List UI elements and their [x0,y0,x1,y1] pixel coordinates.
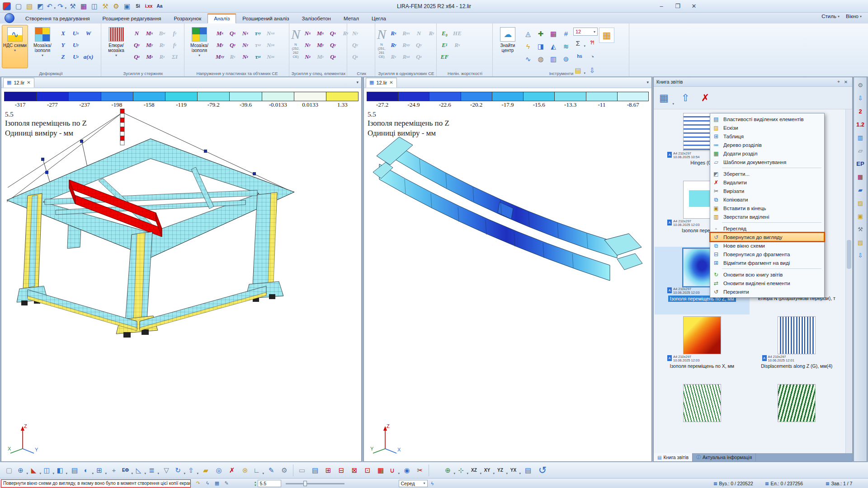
ribbon-letter-button[interactable]: N [413,28,425,39]
edge-folder-button[interactable]: ▣ [855,211,866,221]
document-tab[interactable]: ▦ 12.lir ✕ [3,78,34,88]
shading-button[interactable]: ◐▾ [81,464,94,477]
select-marquee-button[interactable]: ▢ [3,464,15,477]
red-grid-2-button[interactable]: ⊟ [335,464,348,477]
red-grid-4-button[interactable]: ⊡ [361,464,374,477]
ribbon-tab-1[interactable]: Створення та редагування [19,14,96,23]
context-menu-item-4[interactable]: ≔Дерево розділів [710,141,824,149]
ribbon-letter-button[interactable]: Nx [239,28,251,39]
ribbon-tab-2[interactable]: Розширене редагування [96,14,168,23]
ribbon-letter-button[interactable]: Qy [226,39,239,51]
ribbon-letter-button[interactable]: Rx [387,28,400,39]
ribbon-letter-button[interactable]: EF [439,51,451,62]
ribbon-letter-button[interactable]: τxy [252,28,264,39]
pencil-button[interactable]: ✎ [265,464,278,477]
ribbon-letter-button[interactable]: Nza [264,51,277,62]
brush-button[interactable]: ▰ [199,464,212,477]
ribbon-letter-button[interactable]: N [131,28,143,39]
context-menu-item-11[interactable]: ⧉Копіювати [710,195,824,204]
edge-export-button[interactable]: ⇩ [855,250,866,261]
grid-view-button[interactable]: ⊞▾ [94,464,107,477]
ribbon-letter-button[interactable]: τyz [252,51,264,62]
ribbon-letter-button[interactable]: Ruy [400,39,412,51]
ribbon-letter-button[interactable]: Rz [226,51,239,62]
red-grid-1-button[interactable]: ⊞ [322,464,335,477]
l-section-button[interactable]: ∟▾ [252,464,264,477]
tool-mesh-button[interactable]: # [560,28,572,39]
viewport-menu-button[interactable]: ▾ [646,80,649,84]
tab-actual-info[interactable]: ⓘ Актуальна інформація [693,453,756,461]
magnet-button[interactable]: ∪▾ [387,464,400,477]
ribbon-letter-button[interactable]: ΣI [169,51,181,62]
plane-xz-button[interactable]: XZ▾ [469,464,482,477]
mosaic-isofields-button[interactable]: Мозаїка/ізополя▾ [29,25,56,68]
gear-plus-button[interactable]: ⚙ [278,464,291,477]
si-units-button[interactable]: Si [133,1,143,11]
edge-ratio-button[interactable]: 1.2 [855,119,866,130]
ribbon-tab-4[interactable]: Аналіз [208,14,236,23]
ribbon-letter-button[interactable]: Ny [239,39,251,51]
notebook-button[interactable]: ▤ [68,464,81,477]
edge-palette-button[interactable]: ▨ [855,197,866,208]
spray-button[interactable]: ⊛ [239,464,251,477]
pan-view-button[interactable]: ⊕▾ [16,464,28,477]
ribbon-tab-5[interactable]: Розширений аналіз [236,14,295,23]
check-help-button[interactable]: ?! [586,37,599,49]
ribbon-letter-button[interactable]: X [57,28,69,39]
ribbon-letter-button[interactable]: My [314,39,326,51]
projection-button[interactable]: ▤ [522,464,534,477]
ribbon-letter-button[interactable]: Qx [327,28,339,39]
open-file-button[interactable]: ▧ [24,1,34,11]
hs-button[interactable]: hs [573,50,586,63]
filter-button[interactable]: ▽ [160,464,173,477]
move-axes-button[interactable]: ⊕▾ [443,464,456,477]
report-delete-button[interactable]: ✗ [696,89,714,107]
value-spinner[interactable]: ▴ ▾ [255,480,256,487]
ribbon-letter-button[interactable]: Uz [70,51,82,62]
ribbon-letter-button[interactable]: Qz [413,51,425,62]
ribbon-letter-button[interactable]: Mxy [214,51,226,62]
ribbon-letter-button[interactable]: Nz [239,51,251,62]
ribbon-letter-button[interactable]: HE [451,28,463,39]
context-menu-item-15[interactable]: ▫Перегляд [710,224,824,233]
ribbon-letter-button[interactable]: Bw [156,28,168,39]
panel-close-icon[interactable]: ✕ [842,78,849,85]
context-menu-item-13[interactable]: ▥Зверстати виділені [710,212,824,221]
document-tab[interactable]: ▦ 12.lir ✕ [366,78,397,88]
plate-mosaic-button[interactable]: Мозаїка/ізополя▾ [186,25,212,68]
timer-button[interactable]: ◔ [586,50,599,63]
ribbon-letter-button[interactable]: Ruz [400,51,412,62]
ribbon-tab-7[interactable]: Метал [337,14,365,23]
plane-yz-button[interactable]: YZ▾ [495,464,508,477]
tool-flash-button[interactable]: ϟ [522,40,534,52]
redo-button[interactable]: ↷▾ [57,1,67,11]
display-scale-spinner[interactable]: 12▾ [573,28,598,36]
ribbon-letter-button[interactable]: Nz [302,51,314,62]
ribbon-letter-button[interactable]: Ry [387,39,400,51]
plane-xy-button[interactable]: XY▾ [482,464,495,477]
status-flash-button[interactable]: ϟ [203,479,212,488]
context-menu-item-10[interactable]: ✂Вирізати [710,187,824,195]
ribbon-letter-button[interactable]: fy [169,28,181,39]
mosaic-tool-button[interactable]: ▦ [79,1,89,11]
context-menu-item-8[interactable]: ◩Зберегти... [710,169,824,178]
report-thumbnail[interactable]: AA4 210x29710.06.2025 12:03Ізополя перем… [655,314,750,382]
crosshair-button[interactable]: + [108,464,120,477]
context-menu-item-18[interactable]: ⊟Повернутися до фрагмента [710,250,824,258]
edge-red-grid-button[interactable]: ▦ [855,171,866,182]
report-scrollbar[interactable] [845,109,852,453]
context-menu-item-19[interactable]: ⊞Відмітити фрагмент на виді [710,258,824,267]
slider-knob[interactable] [303,481,307,486]
status-pack-button[interactable]: ▦ [212,479,222,488]
ribbon-tab-3[interactable]: Розрахунок [167,14,208,23]
red-grid-3-button[interactable]: ⊠ [348,464,361,477]
edge-sheet-button[interactable]: ▱ [855,145,866,156]
tool-target-button[interactable]: ◍ [535,53,547,65]
reset-view-button[interactable]: ↺ [535,463,550,478]
edge-bar-button[interactable]: ▰ [855,184,866,195]
wedge-button[interactable]: ◺▾ [134,464,146,477]
tool-rows-button[interactable]: ▥ [547,53,559,65]
epure-mosaic-button[interactable]: Епюри/мозаїка▾ [103,25,129,68]
report-thumbnail[interactable] [655,382,750,450]
tool-add-node-button[interactable]: ✚ [535,28,547,39]
